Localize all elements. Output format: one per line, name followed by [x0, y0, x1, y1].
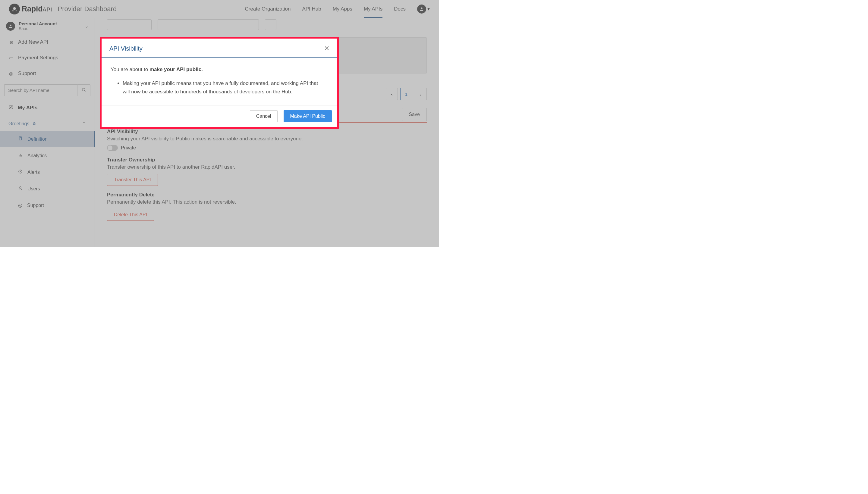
modal-bullet: Making your API public means that you ha…: [123, 79, 328, 96]
modal-footer: Cancel Make API Public: [101, 105, 337, 127]
modal-intro: You are about to make your API public.: [111, 66, 328, 73]
modal-body: You are about to make your API public. M…: [101, 58, 337, 105]
modal-highlight-border: API Visibility ✕ You are about to make y…: [100, 37, 339, 129]
modal-header: API Visibility ✕: [101, 39, 337, 58]
make-api-public-button[interactable]: Make API Public: [283, 110, 332, 122]
modal-overlay: API Visibility ✕ You are about to make y…: [0, 0, 439, 247]
api-visibility-modal: API Visibility ✕ You are about to make y…: [101, 39, 337, 127]
modal-title: API Visibility: [109, 45, 143, 52]
close-icon[interactable]: ✕: [324, 44, 329, 52]
cancel-button[interactable]: Cancel: [250, 110, 278, 122]
